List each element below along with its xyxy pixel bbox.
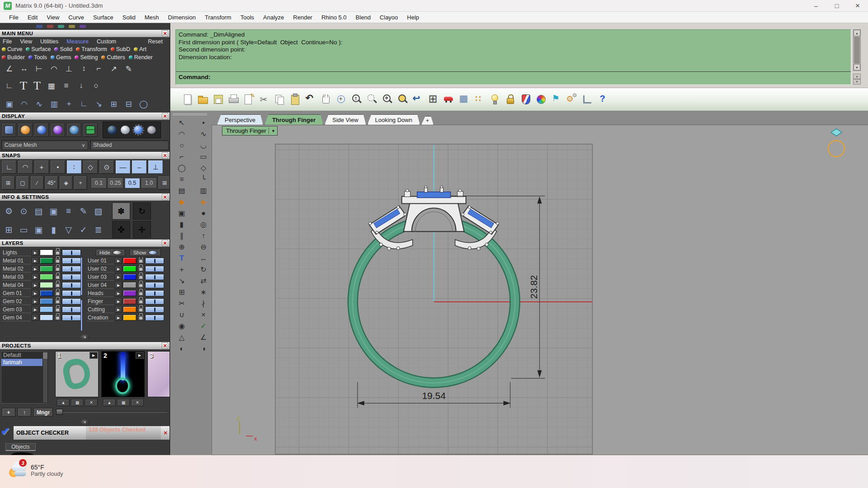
info-special-button[interactable]: ↻ — [133, 202, 151, 220]
side-tool-icon[interactable]: ◇ — [198, 164, 208, 172]
display-mode-dropdown[interactable]: Shaded — [90, 140, 169, 150]
layer-color-swatch[interactable] — [40, 314, 53, 321]
layer-visibility-toggle[interactable] — [62, 249, 81, 256]
menu-item[interactable]: Analyze — [259, 14, 288, 21]
side-tool-icon[interactable]: ⊞ — [177, 288, 187, 296]
rotate-widget-icon[interactable] — [828, 141, 844, 157]
layer-label[interactable]: User 01 — [87, 258, 114, 264]
viewport-label-dropdown-icon[interactable]: ▼ — [271, 129, 275, 133]
thumbnail-play-button[interactable]: ▶ — [136, 352, 144, 359]
layer-visibility-toggle[interactable] — [145, 298, 164, 305]
layer-color-swatch[interactable] — [40, 274, 53, 280]
snap-button[interactable]: ◠ — [18, 160, 33, 174]
side-tool-icon[interactable]: ⌐ — [177, 153, 187, 161]
side-tool-icon[interactable]: × — [198, 311, 208, 319]
snap-button[interactable]: ⊥ — [148, 160, 163, 174]
menu-item[interactable]: Tools — [236, 14, 259, 21]
menu-item[interactable]: Rhino 5.0 — [317, 14, 351, 21]
layer-label[interactable]: Creation — [87, 314, 114, 321]
measure-tool-icon[interactable]: ○ — [89, 80, 104, 92]
toolbar-icon[interactable] — [304, 93, 316, 106]
transform-tool-icon[interactable]: ⊟ — [121, 98, 136, 110]
layer-lock-icon[interactable] — [54, 249, 61, 256]
snap-mode-button[interactable]: ▢ — [16, 176, 29, 190]
toolbar-icon[interactable] — [566, 93, 578, 106]
layer-label[interactable]: Metal 04 — [2, 282, 31, 289]
minimize-button[interactable]: – — [806, 0, 826, 12]
side-tool-icon[interactable]: ◐ — [177, 345, 187, 353]
side-tool-icon[interactable]: ◑ — [198, 345, 208, 353]
command-spinner[interactable]: ▲▼ — [853, 74, 861, 84]
measure-tool-icon[interactable]: ↓ — [74, 80, 89, 92]
info-special-button[interactable]: ✛ — [133, 221, 151, 238]
menu-item[interactable]: File — [5, 14, 23, 21]
side-tool-icon[interactable]: ◈ — [198, 197, 208, 206]
layer-visibility-toggle[interactable] — [145, 290, 164, 296]
thumbnail-slider[interactable] — [55, 409, 167, 415]
category-item[interactable]: Setting — [75, 54, 98, 61]
toolbar-icon[interactable] — [596, 93, 609, 106]
close-icon[interactable]: ✕ — [163, 430, 167, 436]
side-tool-icon[interactable]: ∠ — [198, 333, 208, 342]
side-tool-icon[interactable]: ○ — [177, 141, 187, 150]
viewport-label[interactable]: Through Finger ▼ — [222, 126, 278, 136]
layer-expand-button[interactable]: ▶ — [32, 249, 39, 256]
measure-tool-icon[interactable]: T — [30, 80, 44, 92]
layer-lock-icon[interactable] — [54, 306, 61, 313]
display-close-icon[interactable]: ✕ — [162, 113, 168, 119]
toolbar-icon[interactable] — [335, 93, 347, 106]
measure-tool-icon[interactable]: ✎ — [121, 62, 136, 75]
menu-item[interactable]: Surface — [89, 14, 118, 21]
toolbar-icon[interactable] — [258, 93, 270, 106]
side-tool-icon[interactable]: ∥ — [177, 231, 187, 240]
viewport-tab[interactable]: Looking Down — [368, 114, 420, 125]
snap-button[interactable]: ◇ — [83, 160, 98, 174]
toolbar-icon[interactable] — [504, 93, 516, 106]
toolbar-icon[interactable] — [458, 93, 470, 106]
display-mode-icon[interactable] — [134, 126, 143, 134]
side-tool-icon[interactable]: ◉ — [177, 322, 187, 330]
menu-item[interactable]: Curve — [64, 14, 89, 21]
layer-lock-icon[interactable] — [137, 266, 144, 272]
figure-view-icon[interactable] — [18, 123, 33, 137]
viewport-tab[interactable]: Perspective — [217, 114, 263, 125]
layer-label[interactable]: Finger — [87, 298, 114, 305]
info-tool-icon[interactable]: ⊞ — [1, 222, 16, 237]
info-tool-icon[interactable]: ▮ — [46, 222, 61, 237]
layer-label[interactable]: User 04 — [87, 282, 114, 289]
transform-tool-icon[interactable]: ∿ — [32, 98, 47, 110]
snap-mode-button[interactable]: 45° — [45, 176, 58, 190]
thumbnail-button[interactable]: ✕ — [131, 399, 144, 406]
layer-visibility-toggle[interactable] — [62, 266, 81, 272]
menu-item[interactable]: Render — [288, 14, 317, 21]
side-tool-icon[interactable]: T — [177, 254, 187, 263]
side-tool-icon[interactable]: ◎ — [198, 220, 208, 229]
layer-visibility-toggle[interactable] — [62, 306, 81, 313]
info-settings-close-icon[interactable]: ✕ — [162, 194, 168, 200]
snap-mode-button[interactable]: ⊞ — [1, 176, 15, 190]
toolbar-icon[interactable] — [443, 93, 455, 106]
layers-close-icon[interactable]: ✕ — [162, 240, 168, 246]
project-thumbnail-2[interactable]: 2 ▶ — [101, 351, 145, 397]
layer-label[interactable]: Cutting — [87, 306, 114, 313]
transform-tool-icon[interactable]: ◠ — [17, 98, 32, 110]
info-tool-icon[interactable]: ⊙ — [16, 204, 31, 218]
layer-visibility-toggle[interactable] — [62, 258, 81, 264]
grid-snap-value-button[interactable]: 0.1 — [91, 178, 107, 188]
thumbnail-button[interactable]: ✕ — [85, 399, 98, 406]
layer-color-swatch[interactable] — [40, 298, 53, 305]
side-tool-icon[interactable]: ◆ — [177, 197, 187, 206]
layer-visibility-toggle[interactable] — [62, 274, 81, 280]
side-tool-icon[interactable]: ▮ — [177, 220, 187, 229]
measure-tool-icon[interactable]: ∠ — [2, 62, 17, 75]
info-special-button[interactable]: ✽ — [112, 202, 130, 220]
layer-expand-button[interactable]: ▶ — [115, 282, 122, 288]
thumbnail-button[interactable]: ▦ — [117, 399, 130, 406]
layer-lock-icon[interactable] — [54, 266, 61, 272]
collapse-arrow-icon[interactable]: ▼ — [80, 335, 90, 339]
side-tool-icon[interactable]: ↻ — [198, 265, 208, 274]
side-tool-icon[interactable]: ↖ — [177, 118, 187, 127]
globe-view-icon[interactable] — [66, 123, 81, 137]
transform-tool-icon[interactable]: ▥ — [47, 98, 61, 110]
layer-expand-button[interactable]: ▶ — [115, 298, 122, 305]
